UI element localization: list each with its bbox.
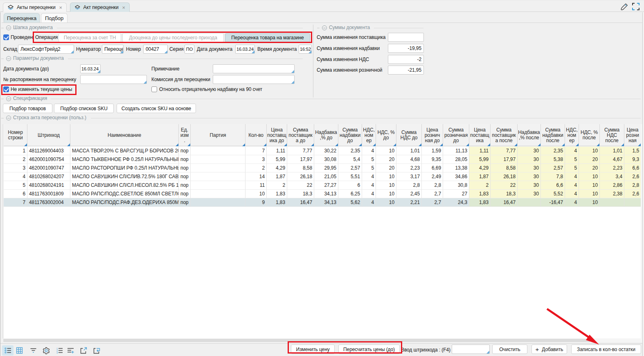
svg-text:3: 3: [56, 351, 58, 354]
